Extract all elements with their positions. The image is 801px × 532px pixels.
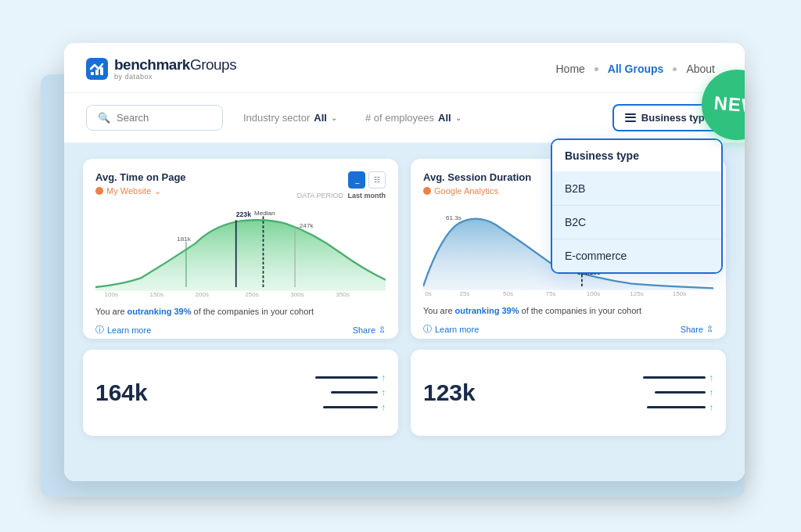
small-card-1: 164k ↑ ↑ ↑ [83,350,398,436]
line-chart-icon[interactable]: ⎯ [348,171,365,189]
employees-label: # of employees [365,112,434,124]
line-arrow-3: ↑ [323,402,386,413]
industry-label: Industry sector [243,112,310,124]
employees-chevron: ⌄ [455,113,462,122]
line-arrow-6: ↑ [647,402,713,413]
arrow-up-2a: ↑ [709,372,713,383]
logo: benchmarkGroups by databox [86,57,236,81]
card-type-icons-1: ⎯ ☷ [348,171,386,189]
logo-icon [86,58,108,80]
line-bar-2c [647,406,706,408]
small-card-2: 123k ↑ ↑ ↑ [411,350,726,436]
nav-home[interactable]: Home [551,59,589,78]
learn-more-1[interactable]: ⓘ Learn more [95,324,151,336]
business-type-label: Business type [641,112,710,124]
line-arrow-1: ↑ [315,372,386,383]
employees-filter[interactable]: # of employees All ⌄ [357,106,469,130]
industry-value: All [314,112,327,124]
card-header-1: Avg. Time on Page My Website ⌄ ⎯ ☷ [95,171,386,203]
svg-text:100s: 100s [587,289,601,297]
svg-rect-3 [100,67,103,75]
line-bar-1a [315,376,378,379]
svg-text:25s: 25s [459,289,469,297]
search-icon: 🔍 [98,112,110,124]
card-source-1: My Website ⌄ [95,186,186,196]
employees-value: All [438,112,451,124]
svg-text:350s: 350s [336,290,350,297]
svg-text:61.3s: 61.3s [446,214,462,221]
line-bar-2b [655,391,706,394]
share-btn-2[interactable]: Share ⇫ [681,324,713,334]
svg-text:75s: 75s [546,289,556,297]
dropdown-item-ecommerce[interactable]: E-commerce [552,239,721,272]
logo-text: benchmarkGroups by databox [114,57,236,81]
line-bar-1c [323,406,378,408]
data-period-1: DATA PERIOD Last month [297,192,386,200]
learn-more-2[interactable]: ⓘ Learn more [423,323,479,335]
dropdown-header: Business type [552,140,721,172]
line-arrow-2: ↑ [331,387,386,398]
line-arrow-5: ↑ [655,387,713,398]
main-card: benchmarkGroups by databox Home All Grou… [64,43,745,481]
nav-about[interactable]: About [681,59,720,78]
industry-filter[interactable]: Industry sector All ⌄ [235,106,345,130]
source-dot-1 [95,187,103,195]
dropdown-item-b2c[interactable]: B2C [552,206,721,239]
main-nav: Home All Groups About [551,59,720,78]
svg-text:50s: 50s [503,289,513,297]
small-card-value-1: 164k [95,379,148,406]
svg-text:100s: 100s [105,290,119,297]
chart-area-1: 100s 150s 200s 250s 300s 350s Median [95,206,386,300]
business-type-dropdown: Business type B2B B2C E-commerce [551,138,723,274]
svg-text:223k: 223k [236,210,251,217]
arrow-up-1c: ↑ [381,402,386,413]
svg-rect-2 [95,70,99,75]
filter-bar: 🔍 Industry sector All ⌄ # of employees A… [64,93,745,143]
bar-chart-icon[interactable]: ☷ [368,171,386,189]
arrow-up-2b: ↑ [709,387,713,398]
dropdown-item-b2b[interactable]: B2B [552,172,721,206]
svg-text:Median: Median [254,210,275,217]
svg-text:0s: 0s [425,289,432,297]
arrow-up-1b: ↑ [381,387,386,398]
line-arrow-4: ↑ [643,372,713,383]
svg-text:150s: 150s [673,289,687,297]
share-btn-1[interactable]: Share ⇫ [353,325,386,335]
line-bar-1b [331,391,378,394]
header: benchmarkGroups by databox Home All Grou… [64,43,745,93]
svg-text:125s: 125s [630,289,644,297]
card-footer-actions-1: ⓘ Learn more Share ⇫ [95,324,386,336]
svg-rect-1 [91,72,94,75]
small-card-value-2: 123k [423,379,476,406]
svg-text:250s: 250s [245,290,259,297]
search-input[interactable] [117,112,211,124]
industry-chevron: ⌄ [331,113,337,122]
nav-all-groups[interactable]: All Groups [603,59,669,78]
card-footer-1: You are outranking 39% of the companies … [95,306,386,318]
svg-text:150s: 150s [150,290,164,297]
source-dot-2 [423,187,431,195]
chart-svg-1: 100s 150s 200s 250s 300s 350s Median [95,206,386,300]
nav-dot-1 [594,67,598,71]
logo-sub: by databox [114,74,236,81]
svg-text:247k: 247k [300,221,314,228]
card-footer-actions-2: ⓘ Learn more Share ⇫ [423,323,713,335]
small-card-lines-1: ↑ ↑ ↑ [315,372,386,413]
line-bar-2a [643,376,706,379]
arrow-up-2c: ↑ [709,402,713,413]
cards-row-bottom: 164k ↑ ↑ ↑ [83,350,726,436]
card-footer-2: You are outranking 39% of the companies … [423,305,713,317]
card-source-2: Google Analytics [423,186,531,196]
arrow-up-1a: ↑ [381,372,386,383]
search-box[interactable]: 🔍 [86,105,223,131]
svg-text:300s: 300s [290,290,304,297]
card-title-1: Avg. Time on Page [95,171,186,183]
svg-text:200s: 200s [196,290,210,297]
hamburger-icon [625,113,636,122]
svg-rect-0 [86,58,108,80]
small-card-lines-2: ↑ ↑ ↑ [643,372,713,413]
nav-dot-2 [673,67,677,71]
svg-text:181k: 181k [177,235,192,243]
logo-name: benchmarkGroups [114,57,236,74]
card-title-2: Avg. Session Duration [423,171,531,183]
